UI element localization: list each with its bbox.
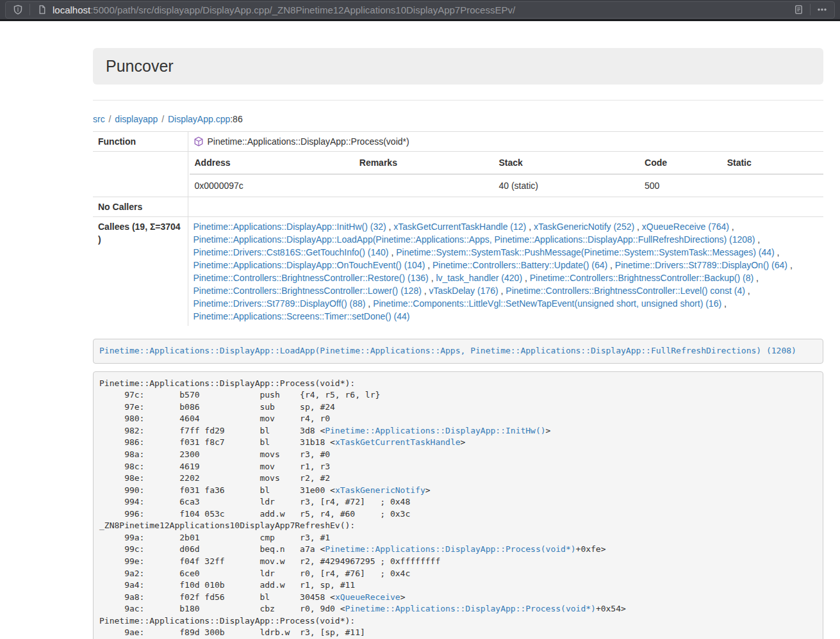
shield-icon[interactable]	[11, 3, 25, 17]
breadcrumb-link[interactable]: displayapp	[115, 114, 158, 124]
no-callers-label: No Callers	[93, 197, 188, 217]
remarks-value	[354, 174, 494, 197]
breadcrumb: src / displayapp / DisplayApp.cpp:86	[93, 114, 823, 124]
app-title: Puncover	[106, 57, 811, 76]
code-value: 500	[639, 174, 722, 197]
header-divider	[93, 100, 823, 101]
reader-mode-icon[interactable]	[791, 3, 805, 17]
callee-link[interactable]: Pinetime::Applications::DisplayApp::Load…	[194, 234, 755, 245]
callee-link[interactable]: xQueueReceive (764)	[642, 222, 729, 232]
callee-link[interactable]: vTaskDelay (176)	[429, 286, 498, 296]
callee-link[interactable]: Pinetime::Applications::DisplayApp::Init…	[194, 222, 386, 232]
code-symbol-link[interactable]: xQueueReceive	[335, 592, 400, 602]
url-path: :5000/path/src/displayapp/DisplayApp.cpp…	[90, 4, 515, 15]
callee-link[interactable]: Pinetime::Controllers::BrightnessControl…	[530, 273, 754, 283]
callees-list: Pinetime::Applications::DisplayApp::Init…	[188, 217, 823, 327]
function-row-label: Function	[93, 132, 188, 152]
url-text[interactable]: localhost:5000/path/src/displayapp/Displ…	[53, 4, 791, 15]
url-host: localhost	[53, 4, 90, 15]
code-symbol-link[interactable]: Pinetime::Applications::DisplayApp::Init…	[325, 426, 545, 435]
code-symbol-link[interactable]: Pinetime::Applications::DisplayApp::Proc…	[345, 604, 596, 613]
callee-link[interactable]: Pinetime::Drivers::St7789::DisplayOn() (…	[615, 260, 787, 270]
callee-link[interactable]: Pinetime::Components::LittleVgl::SetNewT…	[373, 298, 721, 309]
address-value: 0x0000097c	[190, 174, 354, 197]
function-table: Function Pinetime::Applications::Display…	[93, 131, 823, 326]
breadcrumb-separator: /	[158, 114, 168, 124]
col-stack: Stack	[493, 152, 639, 174]
callee-link[interactable]: Pinetime::Controllers::Battery::Update()…	[432, 260, 607, 270]
code-symbol-link[interactable]: xTaskGetCurrentTaskHandle	[335, 437, 461, 447]
browser-toolbar: localhost:5000/path/src/displayapp/Displ…	[0, 0, 840, 21]
callee-link[interactable]: Pinetime::Drivers::St7789::DisplayOff() …	[194, 298, 366, 309]
breadcrumb-separator: /	[105, 114, 115, 124]
app-header: Puncover	[93, 48, 823, 85]
package-icon	[194, 136, 204, 147]
function-row: Function Pinetime::Applications::Display…	[93, 132, 823, 152]
stats-row: Address Remarks Stack Code Static 0x0000…	[93, 152, 823, 197]
col-address: Address	[190, 152, 354, 174]
toolbar-separator	[29, 4, 30, 15]
highlighted-symbol-box: Pinetime::Applications::DisplayApp::Load…	[93, 339, 823, 364]
callee-link[interactable]: Pinetime::Applications::DisplayApp::OnTo…	[194, 260, 425, 270]
static-value	[722, 174, 823, 197]
empty-cell	[93, 152, 188, 197]
stats-value-row: 0x0000097c 40 (static) 500	[190, 174, 824, 197]
callee-link[interactable]: Pinetime::Drivers::Cst816S::GetTouchInfo…	[194, 247, 389, 257]
code-symbol-link[interactable]: Pinetime::Applications::DisplayApp::Proc…	[325, 544, 575, 554]
callees-label: Callees (19, Σ=3704 )	[93, 217, 188, 327]
col-code: Code	[639, 152, 722, 174]
callee-link[interactable]: Pinetime::Controllers::BrightnessControl…	[194, 273, 429, 283]
function-cell: Pinetime::Applications::DisplayApp::Proc…	[188, 132, 823, 152]
stack-value: 40 (static)	[493, 174, 639, 197]
callee-link[interactable]: xTaskGetCurrentTaskHandle (12)	[393, 222, 526, 232]
page-info-icon[interactable]	[35, 3, 49, 17]
col-static: Static	[722, 152, 823, 174]
breadcrumb-line-number: :86	[230, 114, 242, 124]
callee-link[interactable]: lv_task_handler (420)	[436, 273, 522, 283]
callee-link[interactable]: Pinetime::Controllers::BrightnessControl…	[194, 286, 422, 296]
code-symbol-link[interactable]: xTaskGenericNotify	[335, 485, 425, 495]
callee-link[interactable]: Pinetime::Applications::Screens::Timer::…	[194, 311, 410, 321]
breadcrumb-link[interactable]: src	[93, 114, 105, 124]
function-name: Pinetime::Applications::DisplayApp::Proc…	[208, 135, 409, 148]
highlighted-symbol-link[interactable]: Pinetime::Applications::DisplayApp::Load…	[99, 346, 796, 355]
callee-link[interactable]: Pinetime::System::SystemTask::PushMessag…	[396, 247, 775, 257]
disassembly: Pinetime::Applications::DisplayApp::Proc…	[93, 371, 823, 639]
callee-link[interactable]: Pinetime::Controllers::BrightnessControl…	[506, 286, 745, 296]
col-remarks: Remarks	[354, 152, 494, 174]
breadcrumb-link[interactable]: DisplayApp.cpp	[168, 114, 230, 124]
page-container: Puncover src / displayapp / DisplayApp.c…	[93, 48, 823, 639]
url-bar[interactable]: localhost:5000/path/src/displayapp/Displ…	[5, 1, 835, 19]
empty-cell	[188, 197, 823, 217]
more-menu-icon[interactable]	[815, 3, 829, 17]
stats-header-row: Address Remarks Stack Code Static	[190, 152, 824, 174]
callees-row: Callees (19, Σ=3704 ) Pinetime::Applicat…	[93, 217, 823, 327]
callee-link[interactable]: xTaskGenericNotify (252)	[534, 222, 634, 232]
toolbar-separator	[810, 4, 811, 15]
stats-cell: Address Remarks Stack Code Static 0x0000…	[188, 152, 823, 197]
no-callers-row: No Callers	[93, 197, 823, 217]
function-stats-table: Address Remarks Stack Code Static 0x0000…	[190, 152, 824, 197]
